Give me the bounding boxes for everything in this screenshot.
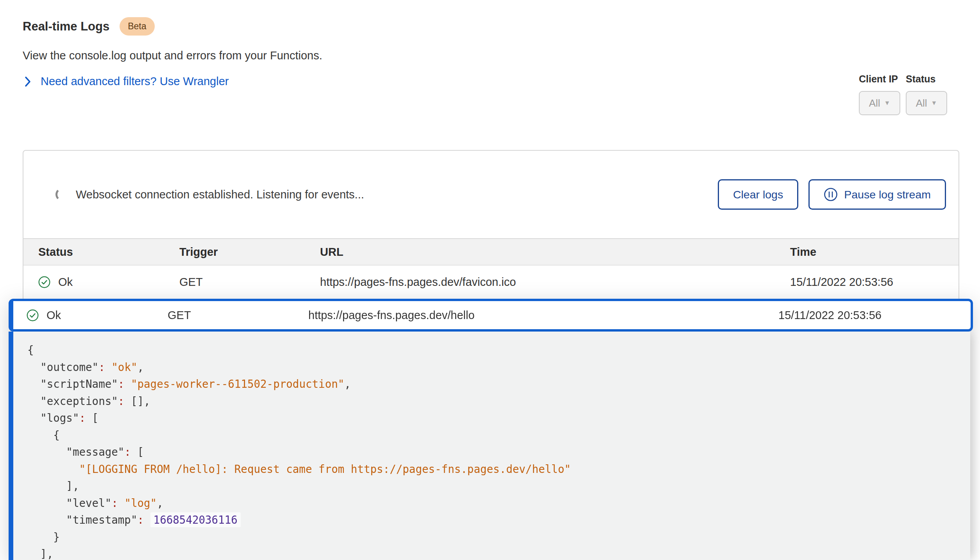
- stream-status-bar: Websocket connection established. Listen…: [23, 151, 959, 238]
- advanced-filters-link-row[interactable]: Need advanced filters? Use Wrangler: [24, 75, 229, 88]
- check-circle-icon: [27, 309, 39, 321]
- log-time: 15/11/2022 20:53:56: [790, 276, 943, 289]
- spinner-icon: [55, 188, 69, 201]
- column-header-status: Status: [38, 246, 179, 259]
- pause-circle-icon: [824, 187, 838, 202]
- log-trigger: GET: [168, 309, 308, 322]
- page-title: Real-time Logs: [23, 20, 109, 34]
- stream-actions: Clear logs Pause log stream: [718, 179, 946, 210]
- log-table-header: Status Trigger URL Time: [23, 238, 959, 266]
- clear-logs-button[interactable]: Clear logs: [718, 179, 798, 210]
- selected-log-entry: Ok GET https://pages-fns.pages.dev/hello…: [9, 299, 973, 560]
- client-ip-dropdown[interactable]: All ▼: [859, 91, 900, 115]
- chevron-down-icon: ▼: [884, 100, 891, 107]
- status-filter: Status All ▼: [906, 73, 947, 115]
- log-url: https://pages-fns.pages.dev/hello: [308, 309, 778, 322]
- column-header-time: Time: [790, 246, 943, 259]
- pause-log-stream-label: Pause log stream: [844, 188, 931, 201]
- client-ip-dropdown-value: All: [869, 97, 880, 109]
- page-subtitle: View the console.log output and errors f…: [23, 49, 322, 62]
- expanded-log-details: { "outcome": "ok", "scriptName": "pages-…: [9, 332, 970, 560]
- log-trigger: GET: [179, 276, 320, 289]
- client-ip-filter: Client IP All ▼: [859, 73, 900, 115]
- chevron-down-icon: ▼: [931, 100, 937, 107]
- column-header-trigger: Trigger: [179, 246, 320, 259]
- websocket-status-message: Websocket connection established. Listen…: [76, 188, 364, 201]
- log-status: Ok: [58, 276, 73, 289]
- check-circle-icon: [38, 276, 50, 288]
- chevron-right-icon: [24, 76, 31, 87]
- pause-log-stream-button[interactable]: Pause log stream: [808, 179, 946, 210]
- status-dropdown-value: All: [916, 97, 927, 109]
- status-dropdown[interactable]: All ▼: [906, 91, 947, 115]
- status-filter-label: Status: [906, 73, 947, 85]
- column-header-url: URL: [320, 246, 790, 259]
- client-ip-filter-label: Client IP: [859, 73, 900, 85]
- log-url: https://pages-fns.pages.dev/favicon.ico: [320, 276, 790, 289]
- beta-badge: Beta: [120, 17, 154, 36]
- log-time: 15/11/2022 20:53:56: [778, 309, 955, 322]
- expanded-log-json: { "outcome": "ok", "scriptName": "pages-…: [27, 342, 970, 560]
- log-row[interactable]: Ok GET https://pages-fns.pages.dev/favic…: [23, 266, 959, 299]
- selected-log-row[interactable]: Ok GET https://pages-fns.pages.dev/hello…: [9, 299, 973, 332]
- advanced-filters-link[interactable]: Need advanced filters? Use Wrangler: [41, 75, 229, 88]
- log-status: Ok: [46, 309, 61, 322]
